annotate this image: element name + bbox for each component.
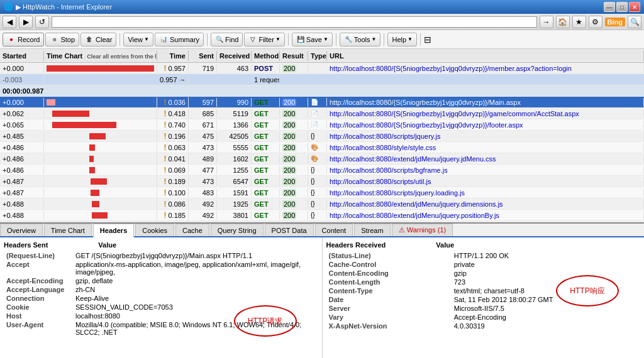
table-row[interactable]: +0.488 ! 0.185 492 3801 GET 200 {} http:… bbox=[0, 210, 644, 221]
ie-toolbar: ◀ ▶ ↺ → 🏠 ★ ⚙ Bing 🔍 bbox=[0, 14, 644, 30]
cell-sent: 477 bbox=[189, 166, 217, 175]
cell-started: +0.487 bbox=[0, 177, 44, 186]
table-row[interactable]: +0.486 ! 0.041 489 1602 GET 200 🎨 http:/… bbox=[0, 153, 644, 165]
cell-result: 200 bbox=[280, 64, 308, 73]
tab-cookies[interactable]: Cookies bbox=[135, 224, 174, 236]
tab-time-chart[interactable]: Time Chart bbox=[44, 224, 92, 236]
save-icon: 💾 bbox=[296, 35, 305, 44]
table-row[interactable]: +0.487 ! 0.100 483 1591 GET 200 {} http:… bbox=[0, 187, 644, 198]
table-row[interactable]: -0.003 0.957 → 1 request bbox=[0, 74, 644, 85]
table-row[interactable]: +0.065 ! 0.740 671 1366 GET 200 📄 http:/… bbox=[0, 119, 644, 131]
go-button[interactable]: → bbox=[540, 16, 553, 28]
cell-sent: 685 bbox=[189, 109, 217, 118]
header-sent-row: Accept-Languagezh-CN bbox=[4, 285, 318, 294]
table-row[interactable]: +0.000 ! 0.957 719 463 POST 200 http://l… bbox=[0, 63, 644, 74]
help-button[interactable]: Help ▼ bbox=[387, 33, 417, 46]
table-row[interactable]: +0.486 ! 0.063 473 5555 GET 200 🎨 http:/… bbox=[0, 142, 644, 153]
tab-query-string[interactable]: Query String bbox=[211, 224, 264, 236]
summary-chart bbox=[44, 79, 157, 80]
header-key: (Request-Line) bbox=[4, 251, 73, 260]
save-button[interactable]: 💾 Save ▼ bbox=[292, 33, 333, 46]
cell-sent: 488 bbox=[189, 222, 217, 223]
tab-cache[interactable]: Cache bbox=[175, 224, 209, 236]
cell-timechart bbox=[44, 210, 157, 220]
cell-received: 463 bbox=[217, 64, 252, 73]
warn-icon: ! bbox=[164, 177, 166, 186]
summary-button[interactable]: 📊 Summary bbox=[155, 33, 204, 46]
tools-icon[interactable]: ⚙ bbox=[589, 16, 602, 28]
cell-time: ! 0.069 bbox=[157, 165, 189, 175]
star-icon[interactable]: ★ bbox=[572, 16, 586, 28]
cell-received: 5555 bbox=[217, 143, 252, 152]
record-button[interactable]: ● Record bbox=[3, 33, 44, 46]
cell-time: ! 0.740 bbox=[157, 120, 189, 130]
minimize-button[interactable]: — bbox=[604, 2, 615, 12]
cell-method: GET bbox=[252, 121, 280, 129]
close-button[interactable]: ✕ bbox=[629, 2, 640, 12]
window-controls[interactable]: — □ ✕ bbox=[604, 2, 640, 12]
cell-result: 200 bbox=[280, 188, 308, 197]
header-value: localhost:8080 bbox=[73, 312, 318, 320]
warn-icon: ! bbox=[164, 64, 166, 73]
header-value: 4.0.30319 bbox=[452, 322, 640, 330]
maximize-button[interactable]: □ bbox=[616, 2, 628, 12]
header-timechart: Time Chart Clear all entries from the lo… bbox=[44, 51, 157, 61]
table-row[interactable]: 00:00:00.987 bbox=[0, 85, 644, 97]
cell-result: 200 bbox=[280, 222, 308, 223]
summary-label: Summary bbox=[170, 36, 199, 43]
cell-type: {} bbox=[308, 200, 327, 208]
collapse-button[interactable]: ⊟ bbox=[424, 35, 431, 45]
search-icon[interactable]: 🔍 bbox=[628, 16, 641, 28]
title-bar-text: 🌐 ▶ HttpWatch - Internet Explorer bbox=[4, 3, 112, 11]
stop-button[interactable]: ■ Stop bbox=[45, 33, 79, 46]
header-received-row: ServerMicrosoft-IIS/7.5 bbox=[326, 304, 641, 313]
cell-timechart bbox=[44, 154, 157, 164]
tab---warnings--1-[interactable]: ⚠ Warnings (1) bbox=[392, 224, 453, 236]
cell-time: ! 0.185 bbox=[157, 210, 189, 220]
cell-timechart bbox=[44, 199, 157, 209]
cell-sent: 473 bbox=[189, 143, 217, 152]
tools-button[interactable]: 🔧 Tools ▼ bbox=[340, 33, 381, 46]
group-rest bbox=[44, 90, 644, 92]
tab-headers[interactable]: Headers bbox=[93, 224, 134, 237]
log-body: +0.000 ! 0.957 719 463 POST 200 http://l… bbox=[0, 63, 644, 222]
summary-result bbox=[280, 79, 308, 80]
table-row[interactable]: +0.000 ! 0.036 597 990 GET 200 📄 http://… bbox=[0, 97, 644, 108]
table-row[interactable]: +0.486 ! 0.069 477 1255 GET 200 {} http:… bbox=[0, 165, 644, 176]
tab-overview[interactable]: Overview bbox=[0, 224, 43, 236]
warn-icon: ! bbox=[164, 121, 166, 129]
tab-content[interactable]: Content bbox=[315, 224, 353, 236]
cell-result: 200 bbox=[280, 155, 308, 163]
header-received-row: (Status-Line)HTTP/1.1 200 OK bbox=[326, 251, 641, 260]
back-button[interactable]: ◀ bbox=[3, 16, 16, 28]
clear-button[interactable]: 🗑 Clear bbox=[80, 33, 116, 46]
headers-received-table: (Status-Line)HTTP/1.1 200 OKCache-Contro… bbox=[326, 251, 641, 330]
cell-received: 1591 bbox=[217, 188, 252, 197]
table-row[interactable]: +0.490 ! 0.148 488 2952 GET 200 {} http:… bbox=[0, 221, 644, 222]
address-bar[interactable] bbox=[52, 16, 537, 28]
table-row[interactable]: +0.488 ! 0.086 492 1925 GET 200 {} http:… bbox=[0, 198, 644, 210]
tab-stream[interactable]: Stream bbox=[354, 224, 390, 236]
bottom-panel: OverviewTime ChartHeadersCookiesCacheQue… bbox=[0, 224, 644, 358]
record-label: Record bbox=[18, 36, 40, 43]
header-key: Host bbox=[4, 312, 73, 320]
refresh-button[interactable]: ↺ bbox=[35, 16, 49, 28]
table-row[interactable]: +0.485 ! 0.196 475 42505 GET 200 {} http… bbox=[0, 131, 644, 142]
find-button[interactable]: 🔍 Find bbox=[211, 33, 243, 46]
cell-result: 200 bbox=[280, 200, 308, 209]
table-row[interactable]: +0.062 ! 0.418 685 5119 GET 200 📄 http:/… bbox=[0, 108, 644, 119]
tab-post-data[interactable]: POST Data bbox=[265, 224, 314, 236]
home-icon[interactable]: 🏠 bbox=[556, 16, 570, 28]
header-sent-row: Hostlocalhost:8080 bbox=[4, 312, 318, 320]
cell-received: 1602 bbox=[217, 155, 252, 163]
header-key: Content-Type bbox=[326, 286, 452, 295]
filter-arrow: ▼ bbox=[275, 36, 280, 42]
title-bar: 🌐 ▶ HttpWatch - Internet Explorer — □ ✕ bbox=[0, 0, 644, 14]
view-button[interactable]: View ▼ bbox=[123, 33, 153, 46]
header-key: (Status-Line) bbox=[326, 251, 452, 260]
cell-url: http://localhost:8080/style/style.css bbox=[327, 143, 644, 152]
table-row[interactable]: +0.487 ! 0.189 473 6547 GET 200 {} http:… bbox=[0, 176, 644, 187]
forward-button[interactable]: ▶ bbox=[19, 16, 33, 28]
filter-button[interactable]: ▽ Filter ▼ bbox=[244, 33, 284, 46]
cell-started: +0.486 bbox=[0, 155, 44, 163]
